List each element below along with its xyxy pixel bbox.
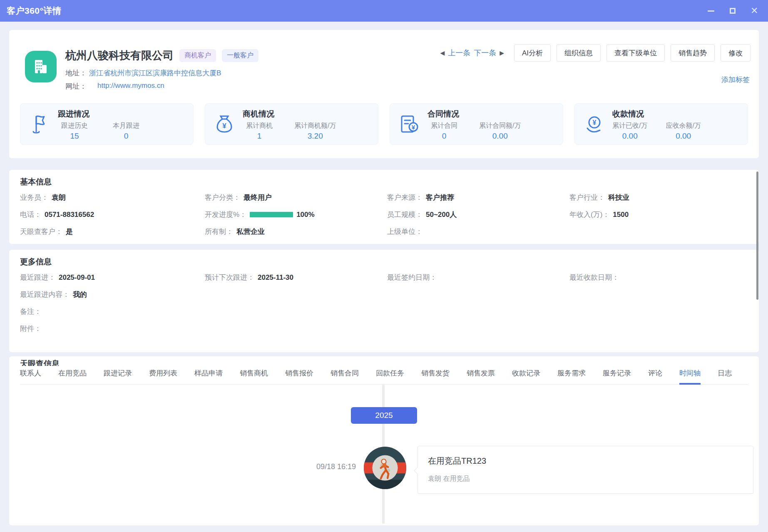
minimize-icon[interactable] <box>707 7 715 15</box>
tab-0[interactable]: 联系人 <box>20 368 41 385</box>
titlebar: 客户360°详情 ✕ <box>0 0 768 22</box>
address-label: 地址： <box>65 68 87 78</box>
tab-9[interactable]: 销售发货 <box>421 368 450 385</box>
svg-text:¥: ¥ <box>412 124 415 131</box>
close-icon[interactable]: ✕ <box>751 7 758 15</box>
stat-label: 累计商机 <box>243 122 276 130</box>
stat-label: 本月跟进 <box>109 122 143 130</box>
action-button-0[interactable]: AI分析 <box>514 44 551 62</box>
flag-icon <box>29 113 50 135</box>
tab-6[interactable]: 销售报价 <box>285 368 313 385</box>
payment-icon: ¥ <box>583 113 605 135</box>
action-button-2[interactable]: 查看下级单位 <box>606 44 665 62</box>
timeline-entry-subtitle: 袁朗 在用竞品 <box>428 475 470 483</box>
tab-10[interactable]: 销售发票 <box>467 368 495 385</box>
info-field: 业务员： 袁朗 <box>20 189 205 206</box>
stat-value: 0 <box>109 132 143 141</box>
tab-8[interactable]: 回款任务 <box>376 368 404 385</box>
stat-card-1: ¥ 商机情况 累计商机 1 累计商机额/万 3.20 <box>205 103 378 145</box>
money-bag-icon: ¥ <box>214 113 235 135</box>
stat-value: 1 <box>243 132 276 141</box>
vertical-scrollbar[interactable] <box>756 172 758 300</box>
info-field: 电话： 0571-88316562 <box>20 206 205 223</box>
company-building-icon <box>25 51 57 82</box>
address-link[interactable]: 浙江省杭州市滨江区滨康路中控信息大厦B <box>89 68 221 78</box>
stat-item: 累计合同额/万 0.00 <box>479 122 521 141</box>
contract-icon: ¥ <box>398 113 420 135</box>
tag-general-customer[interactable]: 一般客户 <box>222 49 258 62</box>
stat-title: 收款情况 <box>612 109 701 119</box>
stat-label: 累计已收/万 <box>612 122 647 130</box>
stat-label: 跟进历史 <box>58 122 91 130</box>
prev-arrow-icon[interactable]: ◀ <box>440 50 445 56</box>
stat-value: 0 <box>427 132 461 141</box>
tab-13[interactable]: 服务记录 <box>603 368 631 385</box>
tag-opportunity-customer[interactable]: 商机客户 <box>179 49 216 62</box>
info-field: 天眼查客户： 是 <box>20 223 205 240</box>
stat-item: 跟进历史 15 <box>58 122 91 141</box>
customer-360-window: 客户360°详情 ✕ 杭州八骏科技有限公司 商机客户 一般客户 <box>0 0 768 532</box>
info-field: 最近跟进： 2025-09-01 <box>20 269 205 286</box>
info-field: 员工规模： 50~200人 <box>387 206 569 223</box>
stat-value: 0.00 <box>612 132 647 141</box>
website-label: 网址： <box>65 82 87 91</box>
tab-4[interactable]: 样品申请 <box>194 368 223 385</box>
info-field: 最近签约日期： <box>387 269 569 286</box>
maximize-icon[interactable] <box>729 7 736 15</box>
company-header-card: 杭州八骏科技有限公司 商机客户 一般客户 地址： 浙江省杭州市滨江区滨康路中控信… <box>9 30 759 158</box>
prev-record-link[interactable]: 上一条 <box>448 48 470 58</box>
info-field: 客户来源： 客户推荐 <box>387 189 569 206</box>
more-info-title: 更多信息 <box>9 250 759 269</box>
action-button-3[interactable]: 销售趋势 <box>671 44 715 62</box>
tab-15[interactable]: 时间轴 <box>679 368 701 385</box>
astronaut-avatar <box>364 447 406 489</box>
company-name: 杭州八骏科技有限公司 <box>65 48 174 63</box>
tab-16[interactable]: 日志 <box>718 368 732 385</box>
stat-label: 应收余额/万 <box>666 122 701 130</box>
window-title: 客户360°详情 <box>7 5 61 17</box>
next-record-link[interactable]: 下一条 <box>474 48 496 58</box>
stat-title: 商机情况 <box>243 109 336 119</box>
stat-item: 累计合同 0 <box>427 122 461 141</box>
timeline-entry: 09/18 16:19 <box>9 446 759 494</box>
stat-card-2: ¥ 合同情况 累计合同 0 累计合同额/万 0.00 <box>390 103 563 145</box>
action-button-1[interactable]: 组织信息 <box>557 44 601 62</box>
stats-row: 跟进情况 跟进历史 15 本月跟进 0 ¥ 商机情况 累计商机 1 累计商机额/… <box>20 103 748 145</box>
stat-title: 跟进情况 <box>58 109 143 119</box>
tab-3[interactable]: 费用列表 <box>149 368 177 385</box>
info-field: 最近收款日期： <box>569 269 748 286</box>
stat-item: 累计商机额/万 3.20 <box>294 122 336 141</box>
info-field: 客户分类： 最终用户 <box>205 189 387 206</box>
tab-11[interactable]: 收款记录 <box>512 368 540 385</box>
more-info-card: 更多信息 最近跟进： 2025-09-01预计下次跟进： 2025-11-30最… <box>9 250 759 352</box>
tab-7[interactable]: 销售合同 <box>331 368 359 385</box>
timeline-panel: 2025 09/18 16:19 <box>9 385 759 524</box>
detail-tabs-card: 天眼查信息 联系人在用竞品跟进记录费用列表样品申请销售商机销售报价销售合同回款任… <box>9 356 759 525</box>
stat-card-0: 跟进情况 跟进历史 15 本月跟进 0 <box>20 103 194 145</box>
progress-bar <box>250 212 293 217</box>
stat-label: 累计合同额/万 <box>479 122 521 130</box>
next-arrow-icon[interactable]: ▶ <box>500 50 504 56</box>
stat-title: 合同情况 <box>427 109 521 119</box>
info-field: 开发进度%： 100% <box>205 206 387 223</box>
website-link[interactable]: http://www.mymos.cn <box>97 82 164 91</box>
tab-1[interactable]: 在用竞品 <box>58 368 87 385</box>
stat-label: 累计合同 <box>427 122 461 130</box>
tab-12[interactable]: 服务需求 <box>557 368 586 385</box>
info-field: 预计下次跟进： 2025-11-30 <box>205 269 387 286</box>
tianyancha-info-heading: 天眼查信息 <box>20 360 759 366</box>
timeline-year-badge: 2025 <box>351 407 417 424</box>
timeline-entry-card[interactable]: 在用竞品TR123 袁朗 在用竞品 <box>418 446 753 494</box>
stat-card-3: ¥ 收款情况 累计已收/万 0.00 应收余额/万 0.00 <box>574 103 748 145</box>
add-tag-link[interactable]: 添加标签 <box>721 75 750 85</box>
timeline-entry-title: 在用竞品TR123 <box>428 455 486 467</box>
action-button-4[interactable]: 修改 <box>721 44 751 62</box>
info-field: 备注： <box>20 303 748 320</box>
info-field: 客户行业： 科技业 <box>569 189 748 206</box>
info-field: 上级单位： <box>387 223 569 240</box>
tab-2[interactable]: 跟进记录 <box>104 368 132 385</box>
svg-text:¥: ¥ <box>593 119 597 126</box>
tab-14[interactable]: 评论 <box>648 368 662 385</box>
basic-info-card: 基本信息 业务员： 袁朗客户分类： 最终用户客户来源： 客户推荐客户行业： 科技… <box>9 170 759 244</box>
tab-5[interactable]: 销售商机 <box>240 368 268 385</box>
